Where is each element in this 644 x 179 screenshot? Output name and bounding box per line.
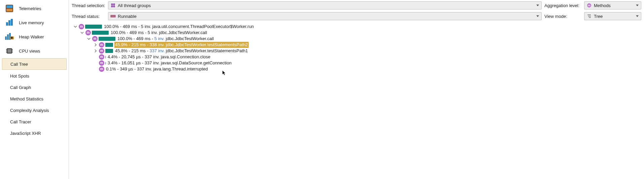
- svg-point-22: [113, 5, 115, 7]
- method-icon: m: [99, 48, 104, 54]
- svg-rect-25: [111, 15, 115, 17]
- svg-rect-12: [8, 49, 11, 53]
- toolbar: Thread selection: All thread groups Aggr…: [69, 0, 644, 22]
- tree-row[interactable]: mı3.4% - 16,051 µs - 337 inv. javax.sql.…: [72, 60, 643, 66]
- tree-row-text: 100.0% - 469 ms - 5 inv. jdbc.JdbcTestWo…: [117, 36, 214, 42]
- svg-point-10: [11, 37, 13, 39]
- percent-bar: [92, 31, 109, 35]
- tree-row[interactable]: m100.0% - 469 ms - 5 inv. java.util.conc…: [72, 24, 643, 30]
- sidebar-item-label: Heap Walker: [19, 34, 44, 39]
- sidebar-item-telemetries[interactable]: Telemetries: [0, 1, 69, 16]
- sidebar-sub-label: Call Tracer: [10, 119, 31, 124]
- method-icon: m: [79, 24, 84, 29]
- method-icon: m: [99, 66, 104, 72]
- svg-point-21: [111, 5, 113, 7]
- sidebar-sub-call-tree[interactable]: Call Tree: [2, 58, 67, 70]
- sidebar-sub-label: Call Tree: [10, 62, 28, 67]
- sidebar: Telemetries Live memory Heap Walker CPU …: [0, 0, 69, 179]
- method-icon: m: [92, 36, 98, 41]
- sidebar-sub-label: JavaScript XHR: [10, 131, 41, 136]
- telemetries-icon: [5, 4, 14, 13]
- svg-rect-2: [6, 9, 12, 11]
- percent-bar: [105, 43, 113, 47]
- sidebar-sub-label: Call Graph: [10, 85, 31, 90]
- view-mode-value: Tree: [594, 14, 603, 19]
- chevron-down-icon[interactable]: [86, 36, 91, 41]
- chevron-right-icon[interactable]: [93, 49, 98, 53]
- tree-row-text: 0.1% - 349 µs - 337 inv. java.lang.Threa…: [105, 66, 209, 72]
- svg-rect-3: [6, 22, 8, 26]
- sidebar-sub-hot-spots[interactable]: Hot Spots: [0, 70, 69, 82]
- thread-status-select[interactable]: Runnable: [108, 12, 542, 20]
- tree-row-text: 45.8% - 215 ms - 337 inv. jdbc.JdbcTestW…: [114, 48, 249, 54]
- aggregation-level-label: Aggregation level:: [544, 3, 581, 8]
- method-icon: m: [99, 42, 104, 48]
- aggregation-level-value: Methods: [594, 3, 611, 8]
- sidebar-sub-label: Hot Spots: [10, 73, 29, 79]
- thread-selection-select[interactable]: All thread groups: [108, 1, 542, 9]
- tree-row[interactable]: m0.1% - 349 µs - 337 inv. java.lang.Thre…: [72, 66, 643, 72]
- percent-bar: [85, 25, 102, 29]
- sidebar-sub-label: Complexity Analysis: [10, 108, 49, 113]
- tree-row-text: 3.4% - 16,051 µs - 337 inv. javax.sql.Da…: [107, 60, 232, 66]
- method-icon: m: [99, 60, 104, 66]
- svg-point-20: [113, 3, 115, 5]
- sidebar-sub-complexity-analysis[interactable]: Complexity Analysis: [0, 105, 69, 116]
- sidebar-item-live-memory[interactable]: Live memory: [0, 16, 69, 30]
- view-mode-select[interactable]: Tree: [584, 12, 641, 20]
- sidebar-item-label: Live memory: [19, 20, 44, 25]
- live-memory-icon: [5, 18, 14, 27]
- tree-row-text: 4.4% - 20,745 µs - 337 inv. java.sql.Con…: [107, 54, 211, 60]
- sidebar-sub-call-graph[interactable]: Call Graph: [0, 82, 69, 93]
- view-mode-label: View mode:: [544, 14, 581, 19]
- tree-row[interactable]: m100.0% - 469 ms - 5 inv. jdbc.JdbcTestW…: [72, 30, 643, 36]
- tree-row-text: 100.0% - 469 ms - 5 inv. jdbc.JdbcTestWo…: [110, 30, 208, 36]
- chevron-down-icon[interactable]: [80, 30, 84, 35]
- thread-group-icon: [110, 3, 116, 8]
- tree-row-text: 100.0% - 469 ms - 5 inv. java.util.concu…: [103, 24, 254, 30]
- sidebar-sub-call-tracer[interactable]: Call Tracer: [0, 116, 69, 127]
- sidebar-item-cpu-views[interactable]: CPU views: [0, 44, 69, 58]
- tree-row[interactable]: m100.0% - 469 ms - 5 inv. jdbc.JdbcTestW…: [72, 36, 643, 42]
- method-icon: m: [85, 30, 91, 35]
- percent-bar: [105, 49, 113, 53]
- tree-row[interactable]: m45.8% - 215 ms - 337 inv. jdbc.JdbcTest…: [72, 48, 643, 54]
- heap-walker-icon: [5, 32, 14, 41]
- chevron-down-icon[interactable]: [73, 24, 78, 29]
- runnable-icon: [110, 13, 116, 19]
- sidebar-item-label: Telemetries: [19, 6, 41, 11]
- sidebar-item-label: CPU views: [19, 49, 40, 54]
- svg-rect-6: [5, 36, 7, 40]
- tree-row[interactable]: m45.9% - 215 ms - 338 inv. jdbc.JdbcTest…: [72, 42, 643, 48]
- main-area: Thread selection: All thread groups Aggr…: [69, 0, 644, 179]
- svg-rect-4: [8, 20, 10, 26]
- tree-row-text: 45.9% - 215 ms - 338 inv. jdbc.JdbcTestW…: [114, 42, 249, 48]
- pipe-marker: ı: [105, 54, 106, 60]
- sidebar-item-heap-walker[interactable]: Heap Walker: [0, 30, 69, 44]
- chevron-right-icon[interactable]: [93, 42, 98, 47]
- svg-rect-7: [7, 34, 9, 40]
- thread-selection-label: Thread selection:: [72, 3, 105, 8]
- tree-row[interactable]: mı4.4% - 20,745 µs - 337 inv. java.sql.C…: [72, 54, 643, 60]
- sidebar-sub-javascript-xhr[interactable]: JavaScript XHR: [0, 127, 69, 139]
- method-icon: m: [99, 54, 104, 60]
- thread-status-label: Thread status:: [72, 14, 105, 19]
- svg-rect-5: [11, 19, 13, 26]
- methods-icon: m: [586, 3, 592, 8]
- pipe-marker: ı: [105, 60, 106, 66]
- svg-rect-1: [6, 5, 12, 8]
- percent-bar: [99, 37, 115, 41]
- sidebar-sub-label: Method Statistics: [10, 96, 43, 101]
- aggregation-level-select[interactable]: m Methods: [584, 1, 641, 9]
- thread-selection-value: All thread groups: [118, 3, 151, 8]
- svg-text:m: m: [588, 4, 591, 7]
- call-tree[interactable]: m100.0% - 469 ms - 5 inv. java.util.conc…: [69, 22, 644, 179]
- cpu-views-icon: [5, 46, 14, 56]
- sidebar-sub-method-statistics[interactable]: Method Statistics: [0, 93, 69, 105]
- tree-icon: [586, 13, 592, 19]
- svg-point-19: [111, 3, 113, 5]
- thread-status-value: Runnable: [118, 14, 137, 19]
